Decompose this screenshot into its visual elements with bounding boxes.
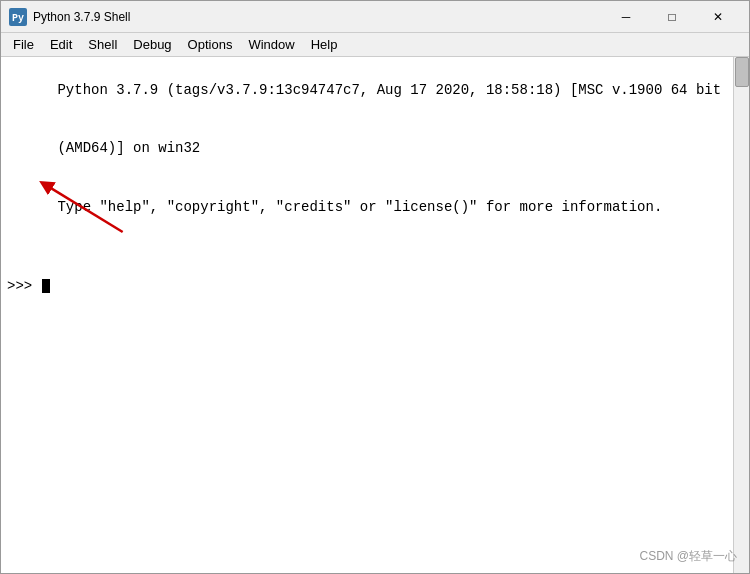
prompt-line: >>> bbox=[7, 277, 743, 297]
scrollbar[interactable] bbox=[733, 57, 749, 573]
minimize-button[interactable]: ─ bbox=[603, 1, 649, 33]
menu-file[interactable]: File bbox=[5, 35, 42, 54]
title-bar: Py Python 3.7.9 Shell ─ □ ✕ bbox=[1, 1, 749, 33]
menu-options[interactable]: Options bbox=[180, 35, 241, 54]
shell-line2: (AMD64)] on win32 bbox=[57, 140, 200, 156]
maximize-button[interactable]: □ bbox=[649, 1, 695, 33]
shell-content[interactable]: Python 3.7.9 (tags/v3.7.9:13c94747c7, Au… bbox=[1, 57, 749, 573]
watermark: CSDN @轻草一心 bbox=[639, 548, 737, 565]
menu-shell[interactable]: Shell bbox=[80, 35, 125, 54]
menu-window[interactable]: Window bbox=[240, 35, 302, 54]
cursor bbox=[42, 279, 50, 293]
close-button[interactable]: ✕ bbox=[695, 1, 741, 33]
window-title: Python 3.7.9 Shell bbox=[33, 10, 603, 24]
python-shell-window: Py Python 3.7.9 Shell ─ □ ✕ File Edit Sh… bbox=[0, 0, 750, 574]
window-controls: ─ □ ✕ bbox=[603, 1, 741, 33]
shell-output: Python 3.7.9 (tags/v3.7.9:13c94747c7, Au… bbox=[7, 61, 743, 335]
menu-bar: File Edit Shell Debug Options Window Hel… bbox=[1, 33, 749, 57]
python-icon: Py bbox=[9, 8, 27, 26]
menu-help[interactable]: Help bbox=[303, 35, 346, 54]
scrollbar-thumb[interactable] bbox=[735, 57, 749, 87]
prompt-symbol: >>> bbox=[7, 277, 41, 297]
shell-line3: Type "help", "copyright", "credits" or "… bbox=[57, 199, 662, 215]
svg-text:Py: Py bbox=[12, 13, 24, 24]
menu-debug[interactable]: Debug bbox=[125, 35, 179, 54]
shell-line1: Python 3.7.9 (tags/v3.7.9:13c94747c7, Au… bbox=[57, 82, 721, 98]
menu-edit[interactable]: Edit bbox=[42, 35, 80, 54]
